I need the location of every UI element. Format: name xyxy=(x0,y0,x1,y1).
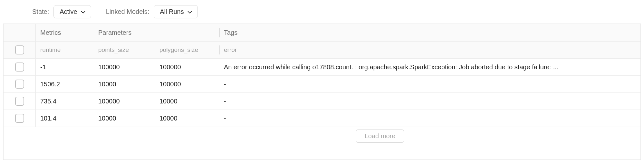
cell-polygons-size: 10000 xyxy=(155,93,219,110)
col-header-error[interactable]: error xyxy=(219,42,640,58)
cell-polygons-size: 100000 xyxy=(155,76,219,92)
table-sub-header: runtime points_size polygons_size error xyxy=(4,41,640,58)
cell-points-size: 100000 xyxy=(94,93,155,110)
table-row[interactable]: -1 100000 100000 An error occurred while… xyxy=(4,58,640,75)
table-row[interactable]: 1506.2 10000 100000 - xyxy=(4,75,640,92)
load-more-button[interactable]: Load more xyxy=(356,130,404,143)
row-checkbox[interactable] xyxy=(15,114,24,123)
group-header-tags[interactable]: Tags xyxy=(219,24,640,41)
cell-error: - xyxy=(219,93,640,110)
table-row[interactable]: 101.4 10000 10000 - xyxy=(4,110,640,127)
linked-models-dropdown-value: All Runs xyxy=(160,8,184,15)
cell-error: An error occurred while calling o17808.c… xyxy=(219,59,640,75)
runs-table: Metrics Parameters Tags runtime points_s… xyxy=(3,24,641,160)
cell-runtime: 101.4 xyxy=(36,110,94,127)
row-checkbox[interactable] xyxy=(15,63,24,72)
cell-points-size: 10000 xyxy=(94,110,155,127)
select-all-checkbox[interactable] xyxy=(15,45,24,54)
cell-runtime: -1 xyxy=(36,59,94,75)
row-checkbox[interactable] xyxy=(15,80,24,89)
linked-models-dropdown[interactable]: All Runs xyxy=(154,5,197,18)
table-row[interactable]: 735.4 100000 10000 - xyxy=(4,92,640,110)
col-header-points-size[interactable]: points_size xyxy=(94,42,155,58)
row-checkbox[interactable] xyxy=(15,97,24,106)
cell-runtime: 735.4 xyxy=(36,93,94,110)
chevron-down-icon xyxy=(187,10,192,14)
state-dropdown[interactable]: Active xyxy=(53,5,91,18)
cell-runtime: 1506.2 xyxy=(36,76,94,92)
col-header-runtime[interactable]: runtime xyxy=(36,42,94,58)
col-header-polygons-size[interactable]: polygons_size xyxy=(155,42,219,58)
state-dropdown-value: Active xyxy=(60,8,77,15)
cell-error: - xyxy=(219,110,640,127)
load-more-row: Load more xyxy=(4,127,640,147)
cell-points-size: 100000 xyxy=(94,59,155,75)
group-header-parameters[interactable]: Parameters xyxy=(94,24,219,41)
state-label: State: xyxy=(32,8,49,15)
cell-points-size: 10000 xyxy=(94,76,155,92)
group-header-metrics[interactable]: Metrics xyxy=(36,24,94,41)
cell-polygons-size: 100000 xyxy=(155,59,219,75)
table-group-header: Metrics Parameters Tags xyxy=(4,24,640,41)
cell-polygons-size: 10000 xyxy=(155,110,219,127)
chevron-down-icon xyxy=(81,10,85,14)
filter-bar: State: Active Linked Models: All Runs xyxy=(0,3,644,24)
linked-models-label: Linked Models: xyxy=(106,8,149,15)
cell-error: - xyxy=(219,76,640,92)
